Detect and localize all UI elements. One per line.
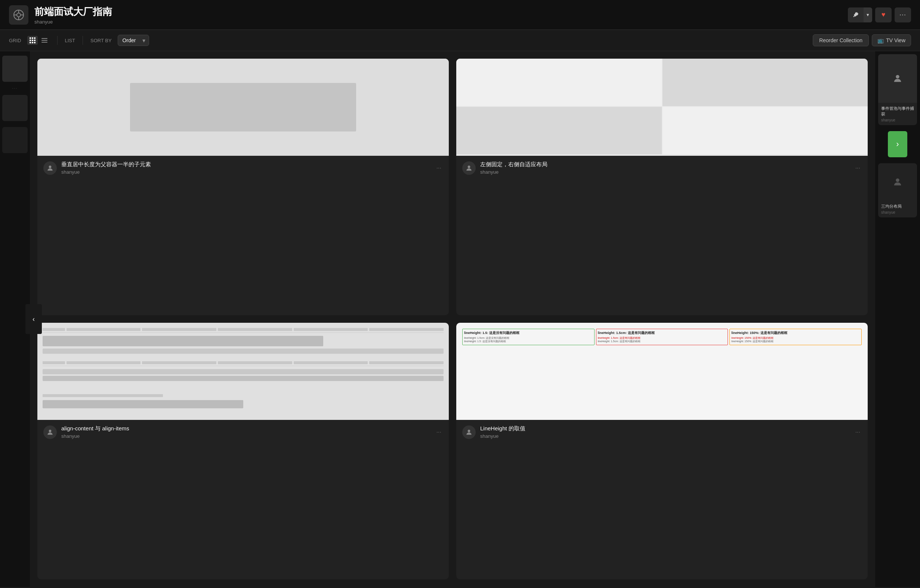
- grid-view-button[interactable]: [27, 36, 38, 45]
- header-right: ▾ ♥ ···: [848, 8, 911, 23]
- lh-box-1: lineHeight: 1.5: 这是没有问题的框框 lineHeight: 1…: [462, 329, 594, 345]
- right-card-1[interactable]: 事件冒泡与事件捕获 shanyue: [878, 54, 917, 125]
- main-content: ··· ‹ 垂直居中长度为父容器一半的子元素: [0, 51, 920, 587]
- card-3-title: align-content 与 align-items: [61, 425, 431, 432]
- chevron-left-icon: ‹: [32, 315, 35, 323]
- lh-box-3: lineHeight: 150%: 这是有问题的框框 lineHeight: 1…: [729, 329, 862, 345]
- card-3-menu-icon: ···: [436, 429, 441, 435]
- sort-select[interactable]: Order Title Date Views: [118, 35, 149, 46]
- cards-grid: 垂直居中长度为父容器一半的子元素 shanyue ···: [30, 51, 875, 587]
- card-1-title: 垂直居中长度为父容器一半的子元素: [61, 161, 431, 168]
- card-4-thumbnail: lineHeight: 1.5: 这是没有问题的框框 lineHeight: 1…: [456, 323, 868, 420]
- right-side-panel: 事件冒泡与事件捕获 shanyue › 三均分布局 shanyue: [875, 51, 920, 587]
- card-3-avatar: [43, 426, 57, 439]
- card-3-info: align-content 与 align-items shanyue ···: [37, 420, 449, 444]
- tv-icon: 📺: [878, 37, 884, 43]
- header-left: 前端面试大厂指南 shanyue: [9, 5, 112, 25]
- grid-cell-tr: [662, 59, 868, 106]
- card-1-avatar: [43, 161, 57, 175]
- lh-box-2: lineHeight: 1.5cm: 这是有问题的框框 lineHeight: …: [596, 329, 728, 345]
- grid-icon: [29, 37, 36, 43]
- grid-label: GRID: [9, 38, 21, 43]
- card-4-avatar: [462, 426, 476, 439]
- right-card-2[interactable]: 三均分布局 shanyue: [878, 163, 917, 217]
- svg-point-9: [468, 429, 470, 432]
- next-nav-button[interactable]: ›: [888, 131, 907, 157]
- card-4-title: LineHeight 的取值: [480, 425, 849, 432]
- card-4-thumb-visual: lineHeight: 1.5: 这是没有问题的框框 lineHeight: 1…: [456, 323, 868, 420]
- app-header: 前端面试大厂指南 shanyue ▾ ♥ ···: [0, 0, 920, 30]
- card-3-menu-button[interactable]: ···: [435, 428, 443, 437]
- card-2-menu-button[interactable]: ···: [854, 163, 862, 173]
- toolbar-divider: [57, 36, 58, 45]
- sort-by-label: SORT BY: [91, 38, 112, 43]
- app-subtitle: shanyue: [34, 19, 112, 25]
- pin-button-group[interactable]: ▾: [848, 8, 872, 23]
- toolbar-divider-2: [83, 36, 83, 45]
- pin-chevron-button[interactable]: ▾: [863, 8, 872, 23]
- right-card-1-thumb: [878, 54, 917, 103]
- prev-nav-button[interactable]: ‹: [26, 304, 42, 334]
- card-2-avatar: [462, 161, 476, 175]
- card-2-title: 左侧固定，右侧自适应布局: [480, 161, 849, 168]
- reorder-collection-button[interactable]: Reorder Collection: [813, 34, 869, 46]
- chevron-right-icon: ›: [896, 139, 899, 149]
- card-3-author: shanyue: [61, 433, 431, 439]
- right-card-2-author: shanyue: [881, 210, 914, 214]
- toolbar: GRID LIST SORT BY Order Title Date Views: [0, 30, 920, 51]
- side-card-2: [2, 95, 28, 121]
- svg-point-10: [896, 75, 899, 78]
- card-4-author: shanyue: [480, 433, 849, 439]
- card-1-menu-icon: ···: [436, 165, 441, 171]
- card-2-menu-icon: ···: [855, 165, 860, 171]
- card-3-thumbnail: [37, 323, 449, 420]
- card-1-info: 垂直居中长度为父容器一半的子元素 shanyue ···: [37, 156, 449, 180]
- right-card-1-info: 事件冒泡与事件捕获 shanyue: [878, 103, 917, 125]
- card-4-text: LineHeight 的取值 shanyue: [480, 425, 849, 439]
- app-logo: [9, 5, 28, 25]
- view-toggle: [27, 36, 50, 45]
- tv-view-button[interactable]: 📺 TV View: [872, 34, 911, 46]
- list-icon: [42, 37, 47, 43]
- sort-select-container[interactable]: Order Title Date Views: [118, 35, 149, 46]
- tv-view-label: TV View: [886, 37, 905, 43]
- card-2-thumb-visual: [456, 59, 868, 156]
- svg-point-6: [49, 165, 52, 168]
- card-4[interactable]: lineHeight: 1.5: 这是没有问题的框框 lineHeight: 1…: [456, 323, 868, 580]
- card-3-text: align-content 与 align-items shanyue: [61, 425, 431, 439]
- card-2[interactable]: 左侧固定，右侧自适应布局 shanyue ···: [456, 59, 868, 315]
- more-icon: ···: [899, 11, 906, 19]
- heart-icon: ♥: [881, 11, 886, 19]
- app-title: 前端面试大厂指南: [34, 5, 112, 18]
- card-1-thumbnail: [37, 59, 449, 156]
- right-card-2-info: 三均分布局 shanyue: [878, 201, 917, 217]
- svg-point-8: [49, 429, 52, 432]
- side-card-1: [2, 56, 28, 82]
- card-4-menu-button[interactable]: ···: [854, 428, 862, 437]
- right-card-1-author: shanyue: [881, 118, 914, 122]
- right-card-2-title: 三均分布局: [881, 204, 914, 209]
- grid-cell-mr: [662, 107, 868, 154]
- list-label: LIST: [65, 38, 75, 43]
- pin-button[interactable]: [848, 8, 863, 23]
- list-view-button[interactable]: [39, 36, 50, 45]
- card-4-info: LineHeight 的取值 shanyue ···: [456, 420, 868, 444]
- card-1-menu-button[interactable]: ···: [435, 163, 443, 173]
- svg-point-1: [17, 13, 21, 17]
- more-button[interactable]: ···: [894, 8, 911, 23]
- heart-button[interactable]: ♥: [875, 8, 892, 23]
- svg-point-11: [896, 178, 899, 182]
- card-3[interactable]: align-content 与 align-items shanyue ···: [37, 323, 449, 580]
- card-1-text: 垂直居中长度为父容器一半的子元素 shanyue: [61, 161, 431, 175]
- card-2-thumbnail: [456, 59, 868, 156]
- side-card-3: [2, 127, 28, 153]
- title-block: 前端面试大厂指南 shanyue: [34, 5, 112, 25]
- card-1[interactable]: 垂直居中长度为父容器一半的子元素 shanyue ···: [37, 59, 449, 315]
- chevron-down-icon: ▾: [867, 12, 869, 18]
- card-2-text: 左侧固定，右侧自适应布局 shanyue: [480, 161, 849, 175]
- grid-cell-ml: [456, 107, 662, 154]
- card-1-thumb-visual: [37, 59, 449, 156]
- card-3-thumb-visual: [37, 323, 449, 420]
- card-2-info: 左侧固定，右侧自适应布局 shanyue ···: [456, 156, 868, 180]
- toolbar-right: Reorder Collection 📺 TV View: [813, 34, 911, 46]
